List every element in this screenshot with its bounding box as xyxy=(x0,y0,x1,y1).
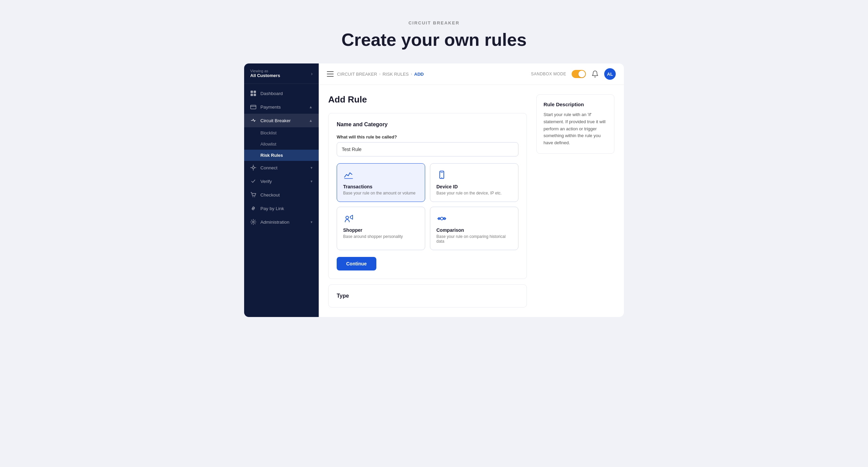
sidebar-item-dashboard[interactable]: Dashboard xyxy=(244,87,319,100)
sidebar-item-label: Verify xyxy=(260,179,272,184)
content-area: CIRCUIT BREAKER › RISK RULES › ADD SANDB… xyxy=(319,63,624,317)
sidebar-item-checkout[interactable]: Checkout xyxy=(244,188,319,202)
right-panel: Rule Description Start your rule with an… xyxy=(536,94,614,307)
connect-icon xyxy=(250,165,256,171)
topbar-right: SANDBOX MODE AL xyxy=(531,68,616,80)
transactions-icon xyxy=(343,170,354,181)
transactions-desc: Base your rule on the amount or volume xyxy=(343,191,419,195)
category-comparison[interactable]: Comparison Base your rule on comparing h… xyxy=(430,207,518,250)
svg-point-11 xyxy=(346,216,349,219)
sandbox-mode-toggle[interactable] xyxy=(572,70,586,78)
svg-rect-3 xyxy=(254,94,256,96)
pay-by-link-icon xyxy=(250,205,256,211)
sidebar-item-blocklist[interactable]: Blocklist xyxy=(244,127,319,138)
collapse-arrow-icon: ▲ xyxy=(309,118,313,123)
topbar-left: CIRCUIT BREAKER › RISK RULES › ADD xyxy=(327,71,424,77)
verify-icon xyxy=(250,178,256,184)
sidebar-item-administration[interactable]: Administration ▾ xyxy=(244,215,319,229)
sidebar-item-allowlist[interactable]: Allowlist xyxy=(244,138,319,150)
expand-arrow-icon: ▾ xyxy=(311,166,313,170)
shopper-desc: Base around shopper personality xyxy=(343,234,419,239)
category-grid: Transactions Base your rule on the amoun… xyxy=(337,163,518,250)
breadcrumb-circuit-breaker[interactable]: CIRCUIT BREAKER xyxy=(337,72,377,77)
sidebar-item-label: Circuit Breaker xyxy=(260,118,291,123)
hamburger-menu-icon[interactable] xyxy=(327,71,334,77)
device-id-name: Device ID xyxy=(436,184,512,189)
main-container: Viewing as All Customers › Dashboard xyxy=(237,63,631,331)
svg-point-6 xyxy=(253,196,253,197)
breadcrumb-sep-2: › xyxy=(411,72,412,76)
continue-button[interactable]: Continue xyxy=(337,257,376,270)
svg-point-7 xyxy=(254,196,255,197)
circuit-breaker-icon xyxy=(250,117,256,124)
sidebar-item-label: Connect xyxy=(260,165,277,170)
sidebar-item-label: Pay by Link xyxy=(260,206,284,211)
viewing-value: All Customers xyxy=(250,73,280,78)
svg-rect-2 xyxy=(251,94,253,96)
shopper-name: Shopper xyxy=(343,227,419,233)
sidebar-item-verify[interactable]: Verify ▾ xyxy=(244,174,319,188)
viewing-arrow-icon: › xyxy=(311,71,313,76)
viewing-as-selector[interactable]: Viewing as All Customers › xyxy=(244,63,319,84)
sidebar: Viewing as All Customers › Dashboard xyxy=(244,63,319,317)
sidebar-item-connect[interactable]: Connect ▾ xyxy=(244,161,319,174)
sandbox-mode-label: SANDBOX MODE xyxy=(531,72,566,76)
viewing-label: Viewing as xyxy=(250,69,280,73)
hero-title: Create your own rules xyxy=(7,30,861,50)
hero-section: CIRCUIT BREAKER Create your own rules xyxy=(0,0,868,63)
expand-arrow-icon: ▾ xyxy=(311,179,313,184)
rule-description-card: Rule Description Start your rule with an… xyxy=(536,94,614,154)
sidebar-item-circuit-breaker[interactable]: Circuit Breaker ▲ xyxy=(244,114,319,127)
sidebar-item-label: Administration xyxy=(260,220,290,225)
hero-subtitle: CIRCUIT BREAKER xyxy=(7,20,861,25)
comparison-name: Comparison xyxy=(436,227,512,233)
expand-arrow-icon: ▾ xyxy=(311,220,313,224)
transactions-name: Transactions xyxy=(343,184,419,189)
form-area: Add Rule Name and Category What will thi… xyxy=(328,94,527,307)
page-content: Add Rule Name and Category What will thi… xyxy=(319,85,624,317)
svg-rect-4 xyxy=(251,105,256,109)
topbar: CIRCUIT BREAKER › RISK RULES › ADD SANDB… xyxy=(319,63,624,85)
sidebar-item-payments[interactable]: Payments ▲ xyxy=(244,100,319,114)
sidebar-item-pay-by-link[interactable]: Pay by Link xyxy=(244,202,319,215)
rule-name-input[interactable] xyxy=(337,142,518,156)
type-card-title: Type xyxy=(337,293,518,299)
sidebar-nav: Dashboard Payments ▲ xyxy=(244,84,319,317)
shopper-icon xyxy=(343,213,354,224)
device-id-icon xyxy=(436,170,447,181)
breadcrumb-risk-rules[interactable]: RISK RULES xyxy=(382,72,409,77)
device-id-desc: Base your rule on the device, IP etc. xyxy=(436,191,512,195)
svg-point-8 xyxy=(253,221,254,223)
category-transactions[interactable]: Transactions Base your rule on the amoun… xyxy=(337,163,425,202)
rule-desc-title: Rule Description xyxy=(544,101,607,107)
breadcrumb-add[interactable]: ADD xyxy=(414,72,424,77)
svg-rect-1 xyxy=(254,91,256,93)
category-device-id[interactable]: Device ID Base your rule on the device, … xyxy=(430,163,518,202)
checkout-icon xyxy=(250,192,256,198)
comparison-desc: Base your rule on comparing historical d… xyxy=(436,234,512,244)
sidebar-item-label: Payments xyxy=(260,105,281,110)
sidebar-sub-label: Allowlist xyxy=(260,142,276,147)
svg-rect-0 xyxy=(251,91,253,93)
svg-point-5 xyxy=(252,167,254,169)
comparison-icon xyxy=(436,213,447,224)
type-card: Type xyxy=(328,284,527,307)
dashboard-icon xyxy=(250,90,256,96)
sidebar-sub-label: Risk Rules xyxy=(260,153,283,158)
payments-icon xyxy=(250,104,256,110)
page-title: Add Rule xyxy=(328,94,527,105)
sidebar-item-label: Checkout xyxy=(260,192,280,198)
user-avatar[interactable]: AL xyxy=(604,68,616,80)
sidebar-sub-label: Blocklist xyxy=(260,130,277,135)
category-shopper[interactable]: Shopper Base around shopper personality xyxy=(337,207,425,250)
svg-point-10 xyxy=(441,177,442,178)
rule-desc-text: Start your rule with an 'if' statement. … xyxy=(544,111,607,147)
sidebar-item-risk-rules[interactable]: Risk Rules xyxy=(244,150,319,161)
administration-icon xyxy=(250,219,256,225)
name-category-card-title: Name and Category xyxy=(337,122,518,128)
breadcrumb-sep-1: › xyxy=(379,72,380,76)
sidebar-item-label: Dashboard xyxy=(260,91,283,96)
name-category-card: Name and Category What will this rule be… xyxy=(328,113,527,279)
notifications-bell-icon[interactable] xyxy=(591,70,599,78)
expand-arrow-icon: ▲ xyxy=(309,105,313,109)
